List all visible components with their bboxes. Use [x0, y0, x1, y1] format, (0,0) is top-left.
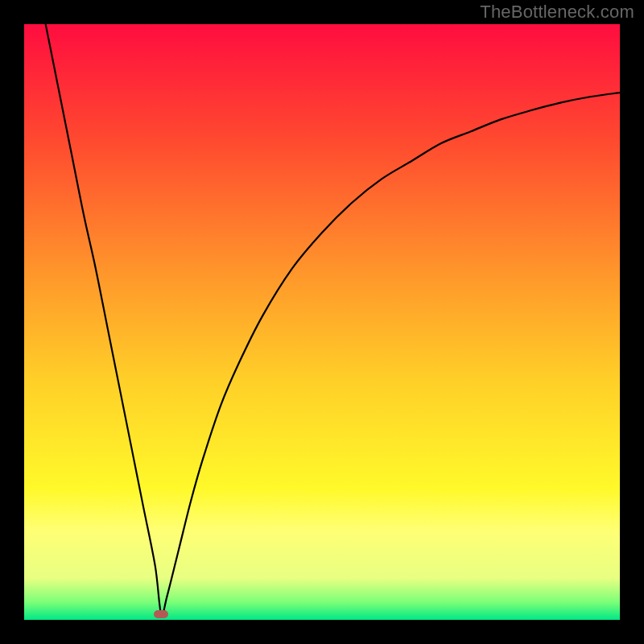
gradient-background: [24, 24, 620, 620]
optimal-point-marker: [154, 610, 168, 618]
chart-plot-area: [24, 24, 620, 620]
chart-frame: TheBottleneck.com: [0, 0, 644, 644]
chart-svg: [24, 24, 620, 620]
watermark-text: TheBottleneck.com: [480, 2, 634, 23]
